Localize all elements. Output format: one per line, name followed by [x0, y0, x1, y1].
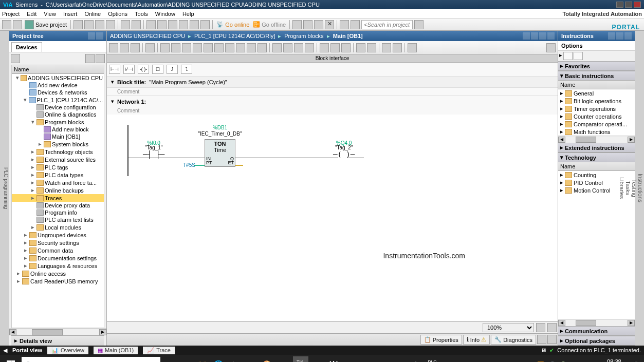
- scroll-left-icon[interactable]: ◀: [558, 137, 565, 143]
- lad-contact-no-icon[interactable]: ⊢⊣: [109, 65, 120, 74]
- output-coil[interactable]: %Q4.0 "Tag_2" ─( )─: [333, 154, 355, 159]
- tree-toggle-icon[interactable]: ▸: [23, 232, 28, 238]
- tool-icon-5[interactable]: [303, 20, 312, 29]
- download-icon[interactable]: [157, 20, 167, 29]
- tree-toggle-icon[interactable]: ▸: [23, 255, 28, 261]
- new-icon[interactable]: [2, 20, 11, 29]
- ed-tool-8[interactable]: [193, 43, 202, 52]
- project-search-input[interactable]: [361, 20, 413, 29]
- tool-icon-x[interactable]: ✕: [325, 20, 334, 29]
- task-view-icon[interactable]: ⊞: [178, 356, 193, 362]
- explorer-icon[interactable]: 📁: [194, 356, 210, 362]
- tool-icon-4[interactable]: [292, 20, 302, 29]
- ed-tool-15[interactable]: [272, 43, 282, 52]
- pt-value[interactable]: T#5S: [183, 162, 195, 168]
- tech-scrollbar[interactable]: ◀ ▶: [558, 319, 635, 326]
- db-address[interactable]: %DB1: [199, 125, 241, 130]
- ed-tool-1[interactable]: [109, 43, 118, 52]
- redo-icon[interactable]: [132, 20, 141, 29]
- ed-tool-26[interactable]: [408, 43, 417, 52]
- tree-item[interactable]: ▸Ungrouped devices: [12, 231, 104, 239]
- ed-tool-20[interactable]: [330, 43, 340, 52]
- chevron-right-icon[interactable]: ▸: [559, 52, 562, 60]
- tree-item[interactable]: ▸Traces: [12, 194, 104, 202]
- instr-pin-icon[interactable]: [608, 32, 615, 40]
- ed-tool-21[interactable]: [341, 43, 351, 52]
- app-icon-1[interactable]: ▨: [309, 356, 325, 362]
- app-icon-2[interactable]: ▤: [342, 356, 358, 362]
- tree-item[interactable]: ▸Online backups: [12, 186, 104, 194]
- tab-extra-2[interactable]: [547, 335, 557, 344]
- app-icon-3[interactable]: ◆: [359, 356, 374, 362]
- breadcrumb-item[interactable]: ADDING UNSPECIFIED CPU: [110, 33, 185, 39]
- compile-icon[interactable]: [146, 20, 156, 29]
- opt-icon-2[interactable]: [574, 52, 583, 60]
- tool-icon-3[interactable]: [200, 20, 210, 29]
- lad-contact-nc-icon[interactable]: ⊬⊣: [123, 65, 135, 74]
- tab-diagnostics[interactable]: 🔧 Diagnostics: [491, 335, 536, 345]
- ed-tool-13[interactable]: [247, 43, 256, 52]
- breadcrumb-item[interactable]: Main [OB1]: [333, 33, 363, 39]
- minimize-button[interactable]: [616, 2, 623, 8]
- tree-toggle-icon[interactable]: ▾: [23, 97, 28, 103]
- tree-item[interactable]: ▸Watch and force ta...: [12, 179, 104, 186]
- ed-tool-7[interactable]: [182, 43, 191, 52]
- taskbar-search[interactable]: 🔍 Type here to search: [22, 357, 160, 362]
- menu-options[interactable]: Options: [108, 11, 127, 17]
- ed-tool-9[interactable]: [204, 43, 213, 52]
- block-comment[interactable]: Comment: [107, 88, 558, 96]
- tree-item[interactable]: ▸PLC data types: [12, 171, 104, 179]
- db-name[interactable]: "IEC_Timer_0_DB": [194, 131, 246, 137]
- tree-toggle-icon[interactable]: ▾: [30, 119, 35, 125]
- tia-icon[interactable]: TIAV15: [293, 356, 308, 362]
- paint-icon[interactable]: 🎨: [260, 356, 275, 362]
- zoom-out-icon[interactable]: [536, 323, 545, 332]
- ed-tool-23[interactable]: [367, 43, 376, 52]
- tool-icon-2[interactable]: [190, 20, 199, 29]
- network-comment[interactable]: Comment: [107, 107, 558, 115]
- tree-toggle-icon[interactable]: ▸: [30, 179, 35, 186]
- tree-toggle-icon[interactable]: ▸: [30, 164, 35, 170]
- menu-online[interactable]: Online: [84, 11, 101, 17]
- tree-item[interactable]: PLC alarm text lists: [12, 216, 104, 223]
- tree-toggle-icon[interactable]: ▸: [30, 187, 35, 194]
- delete-icon[interactable]: [106, 20, 115, 29]
- ed-tool-12[interactable]: [236, 43, 245, 52]
- timer-block[interactable]: TON Time IN Q PT ET: [205, 139, 235, 167]
- tree-toggle-icon[interactable]: ▸: [30, 195, 35, 201]
- ed-tool-14[interactable]: [257, 43, 267, 52]
- collapse-icon[interactable]: ▾: [111, 79, 114, 85]
- status-tab-main[interactable]: ▦ Main (OB1): [94, 347, 138, 354]
- tab-properties[interactable]: 📋 Properties: [420, 335, 462, 345]
- maximize-button[interactable]: [625, 2, 632, 8]
- panel-pin-icon[interactable]: [88, 32, 95, 40]
- tree-item[interactable]: ▸Online access: [12, 270, 104, 277]
- ed-tool-5[interactable]: [160, 43, 170, 52]
- menu-project[interactable]: Project: [2, 11, 20, 17]
- menu-tools[interactable]: Tools: [135, 11, 148, 17]
- tree-item[interactable]: ▸Card Reader/USB memory: [12, 277, 104, 285]
- opt-icon-1[interactable]: [563, 52, 573, 60]
- word-icon[interactable]: W: [326, 356, 341, 362]
- tab-info[interactable]: ℹ Info ⚠: [463, 335, 490, 345]
- ed-tool-18[interactable]: [305, 43, 314, 52]
- collapse-icon[interactable]: ▾: [111, 98, 114, 105]
- cortana-icon[interactable]: ○: [161, 356, 177, 362]
- menu-edit[interactable]: Edit: [27, 11, 36, 17]
- undo-icon[interactable]: [121, 20, 130, 29]
- tree-item[interactable]: Add new device: [12, 82, 104, 89]
- portal-view-button[interactable]: Portal view: [12, 347, 42, 353]
- tree-toggle-icon[interactable]: ▸: [30, 148, 35, 155]
- tree-scrollbar[interactable]: ◀ ▶: [9, 328, 106, 335]
- copy-icon[interactable]: [84, 20, 94, 29]
- breadcrumb-item[interactable]: Program blocks: [284, 33, 323, 39]
- lad-coil-icon[interactable]: -( )-: [138, 65, 149, 74]
- ed-tool-right[interactable]: [546, 43, 556, 52]
- side-tab-instructions[interactable]: Instructions: [637, 38, 643, 338]
- tree-item[interactable]: ▸PLC tags: [12, 163, 104, 171]
- search-lock-icon[interactable]: [414, 20, 424, 29]
- scroll-right-icon[interactable]: ▶: [99, 329, 106, 335]
- menu-window[interactable]: Window: [155, 11, 175, 17]
- menu-view[interactable]: View: [44, 11, 56, 17]
- scroll-left-icon[interactable]: ◀: [558, 320, 565, 326]
